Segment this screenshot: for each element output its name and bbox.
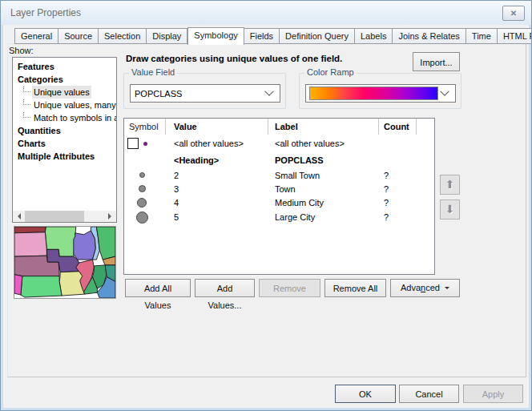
tree-item-features[interactable]: Features bbox=[16, 60, 116, 73]
chevron-down-icon bbox=[264, 87, 273, 95]
scroll-left-icon[interactable] bbox=[13, 211, 24, 222]
advanced-menu-button[interactable]: Advanced bbox=[390, 279, 460, 297]
table-body: <all other values><all other values><Hea… bbox=[124, 135, 434, 224]
count-cell[interactable]: ? bbox=[379, 184, 417, 194]
column-header-value[interactable]: Value bbox=[166, 119, 268, 135]
tree-item-charts[interactable]: Charts bbox=[16, 137, 116, 150]
tab-display[interactable]: Display bbox=[147, 28, 187, 44]
tab-time[interactable]: Time bbox=[466, 28, 498, 44]
tree-item-label: Quantities bbox=[16, 124, 62, 137]
table-row[interactable]: <all other values><all other values> bbox=[124, 135, 434, 152]
point-symbol-icon bbox=[143, 142, 147, 146]
all-other-values-checkbox[interactable] bbox=[127, 138, 139, 149]
scrollbar-thumb[interactable] bbox=[25, 211, 84, 222]
remove-button: Remove bbox=[259, 279, 320, 297]
symbol-cell[interactable] bbox=[124, 138, 166, 149]
color-ramp-dropdown[interactable] bbox=[305, 84, 456, 103]
table-row[interactable]: <Heading>POPCLASS bbox=[124, 152, 434, 168]
symbol-cell[interactable] bbox=[124, 185, 166, 192]
label-cell[interactable]: Small Town bbox=[268, 171, 379, 180]
layer-properties-dialog: Layer Properties ✕ GeneralSourceSelectio… bbox=[0, 0, 532, 411]
point-symbol-icon bbox=[136, 212, 148, 224]
tab-selection[interactable]: Selection bbox=[99, 28, 147, 44]
ok-button[interactable]: OK bbox=[335, 385, 396, 403]
symbology-map-preview bbox=[14, 226, 116, 299]
tree-item-match-to-symbols-in-a[interactable]: Match to symbols in a bbox=[16, 111, 116, 124]
title-bar[interactable]: Layer Properties ✕ bbox=[1, 1, 531, 25]
symbol-cell[interactable] bbox=[124, 212, 166, 224]
tree-item-multiple-attributes[interactable]: Multiple Attributes bbox=[16, 150, 116, 163]
arrow-up-icon: ⬆ bbox=[445, 178, 455, 191]
tab-source[interactable]: Source bbox=[58, 28, 99, 44]
tree-item-label: Multiple Attributes bbox=[16, 150, 96, 163]
tab-joins-relates[interactable]: Joins & Relates bbox=[393, 28, 466, 44]
tree-item-quantities[interactable]: Quantities bbox=[16, 124, 116, 137]
value-field-dropdown[interactable]: POPCLASS bbox=[130, 84, 280, 103]
count-cell[interactable]: ? bbox=[379, 198, 417, 208]
tab-labels[interactable]: Labels bbox=[355, 28, 393, 44]
tab-general[interactable]: General bbox=[14, 28, 58, 44]
tab-strip: GeneralSourceSelectionDisplaySymbologyFi… bbox=[14, 27, 532, 44]
tree-item-label: Unique values bbox=[32, 86, 91, 99]
tree-item-unique-values[interactable]: Unique values bbox=[16, 86, 116, 99]
tree-item-categories[interactable]: Categories bbox=[16, 73, 116, 86]
value-cell[interactable]: 5 bbox=[166, 212, 268, 222]
table-row[interactable]: 2Small Town? bbox=[124, 168, 434, 182]
symbol-cell[interactable] bbox=[124, 198, 166, 208]
move-value-up-button[interactable]: ⬆ bbox=[440, 175, 460, 195]
value-field-value: POPCLASS bbox=[131, 89, 266, 99]
value-field-group: Value Field POPCLASS bbox=[123, 73, 286, 109]
column-header-symbol[interactable]: Symbol bbox=[124, 119, 166, 135]
state-wisconsin bbox=[74, 231, 96, 260]
tab-html-popup[interactable]: HTML Popup bbox=[498, 28, 532, 44]
label-cell[interactable]: Large City bbox=[268, 212, 379, 222]
count-cell[interactable]: ? bbox=[379, 171, 417, 180]
tree-horizontal-scrollbar[interactable] bbox=[13, 211, 116, 222]
value-cell[interactable]: <all other values> bbox=[166, 139, 268, 148]
table-row[interactable]: 5Large City? bbox=[124, 210, 434, 224]
close-icon: ✕ bbox=[510, 9, 517, 18]
label-cell[interactable]: Town bbox=[268, 184, 379, 194]
unique-values-table: Symbol Value Label Count <all other valu… bbox=[123, 118, 435, 275]
symbol-cell[interactable] bbox=[124, 172, 166, 178]
import-button[interactable]: Import... bbox=[413, 52, 460, 71]
arrow-down-icon: ⬇ bbox=[445, 203, 455, 216]
table-row[interactable]: 4Medium City? bbox=[124, 195, 434, 210]
label-cell[interactable]: Medium City bbox=[268, 198, 379, 208]
column-header-count[interactable]: Count bbox=[379, 119, 417, 135]
scroll-right-icon[interactable] bbox=[105, 211, 116, 222]
color-ramp-group: Color Ramp bbox=[299, 73, 461, 109]
count-cell[interactable]: ? bbox=[379, 212, 417, 222]
state-kansas bbox=[21, 276, 62, 297]
state-missouri bbox=[59, 272, 85, 296]
state-south-dakota bbox=[14, 232, 46, 256]
point-symbol-icon bbox=[137, 198, 147, 208]
column-header-label[interactable]: Label bbox=[268, 119, 379, 135]
remove-all-button[interactable]: Remove All bbox=[324, 279, 386, 297]
close-button[interactable]: ✕ bbox=[502, 6, 525, 21]
tree-item-label: Charts bbox=[16, 137, 47, 150]
tree-item-label: Categories bbox=[16, 73, 65, 86]
value-cell[interactable]: 3 bbox=[166, 184, 268, 194]
value-cell[interactable]: 4 bbox=[166, 198, 268, 208]
tab-fields[interactable]: Fields bbox=[244, 28, 280, 44]
move-value-down-button[interactable]: ⬇ bbox=[440, 199, 460, 220]
tree-item-unique-values-many[interactable]: Unique values, many bbox=[16, 99, 116, 111]
state-michigan bbox=[96, 227, 115, 260]
show-tree: FeaturesCategoriesUnique valuesUnique va… bbox=[12, 57, 117, 223]
value-cell[interactable]: <Heading> bbox=[166, 155, 268, 165]
add-values-button[interactable]: Add Values... bbox=[195, 279, 255, 297]
cancel-button[interactable]: Cancel bbox=[399, 385, 459, 403]
tab-definition-query[interactable]: Definition Query bbox=[280, 28, 355, 44]
tab-symbology[interactable]: Symbology bbox=[187, 27, 244, 45]
table-row[interactable]: 3Town? bbox=[124, 182, 434, 195]
show-label: Show: bbox=[9, 46, 34, 55]
add-all-values-button[interactable]: Add All Values bbox=[125, 279, 191, 297]
label-cell[interactable]: <all other values> bbox=[268, 139, 379, 148]
state-colorado-edge bbox=[14, 275, 22, 295]
chevron-down-icon bbox=[440, 87, 449, 95]
value-cell[interactable]: 2 bbox=[166, 171, 268, 180]
advanced-label: Advanced bbox=[401, 280, 440, 296]
label-cell[interactable]: POPCLASS bbox=[268, 155, 379, 165]
point-symbol-icon bbox=[139, 185, 146, 192]
